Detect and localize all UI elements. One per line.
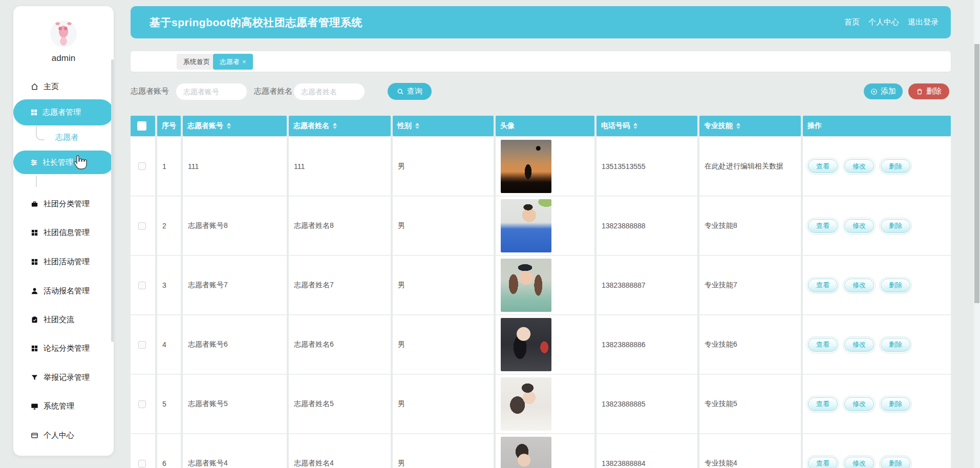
row-account: 志愿者账号4 (183, 434, 287, 468)
table-row: 1 111 111 男 13513513555 在此处进行编辑相关数据 查看 修… (131, 137, 951, 196)
row-checkbox[interactable] (138, 400, 146, 408)
account-filter-input[interactable] (176, 83, 247, 100)
tab-volunteer[interactable]: 志愿者 × (213, 54, 253, 70)
tree-connector (36, 126, 45, 140)
row-checkbox[interactable] (138, 222, 146, 230)
sidebar-item-personal-center[interactable]: 个人中心 (31, 428, 74, 442)
view-button[interactable]: 查看 (808, 457, 838, 468)
volunteer-table: 序号 志愿者账号 志愿者姓名 性别 头像 电话号码 专业技能 操作 1 111 … (131, 116, 951, 468)
tab-close-icon[interactable]: × (242, 58, 246, 66)
name-filter-input[interactable] (293, 83, 365, 100)
delete-row-button[interactable]: 删除 (881, 159, 910, 173)
row-checkbox[interactable] (138, 282, 146, 289)
header-index[interactable]: 序号 (157, 116, 181, 136)
delete-row-button[interactable]: 删除 (881, 219, 910, 233)
delete-row-button[interactable]: 删除 (881, 338, 910, 352)
sidebar-item-club-category[interactable]: 社团分类管理 (31, 197, 90, 211)
nav-home-link[interactable]: 首页 (844, 17, 860, 27)
view-button[interactable]: 查看 (808, 338, 838, 352)
volunteer-photo (501, 437, 551, 468)
row-select-cell (131, 137, 155, 196)
row-skill: 专业技能5 (699, 374, 801, 433)
sidebar-subitem-volunteer[interactable]: 志愿者 (55, 131, 78, 144)
header-avatar: 头像 (496, 116, 594, 136)
sidebar-item-label: 社团分类管理 (44, 199, 90, 209)
grid-icon (31, 258, 38, 266)
sidebar-item-club-exchange[interactable]: 社团交流 (31, 312, 74, 327)
header-phone[interactable]: 电话号码 (596, 116, 697, 136)
table-row: 3 志愿者账号7 志愿者姓名7 男 13823888887 专业技能7 查看 修… (131, 256, 951, 314)
row-account: 111 (183, 137, 287, 196)
table-header-row: 序号 志愿者账号 志愿者姓名 性别 头像 电话号码 专业技能 操作 (131, 116, 951, 136)
sort-arrows-icon[interactable] (227, 123, 231, 129)
grid-icon (31, 345, 38, 352)
row-name: 志愿者姓名4 (289, 434, 391, 468)
sidebar-scrollbar[interactable] (111, 59, 114, 342)
sidebar-item-club-activity[interactable]: 社团活动管理 (31, 254, 90, 269)
sidebar-item-label: 社团信息管理 (44, 228, 90, 238)
sidebar-item-volunteer-management[interactable]: 志愿者管理 (13, 99, 114, 125)
row-checkbox[interactable] (138, 162, 146, 170)
row-checkbox[interactable] (138, 341, 146, 349)
delete-row-button[interactable]: 删除 (881, 457, 910, 468)
sidebar-item-system-management[interactable]: 系统管理 (31, 399, 74, 413)
edit-button[interactable]: 修改 (844, 279, 874, 292)
row-phone: 13823888885 (596, 374, 697, 433)
top-nav: 首页 个人中心 退出登录 (844, 17, 939, 27)
edit-button[interactable]: 修改 (844, 159, 874, 173)
edit-button[interactable]: 修改 (844, 219, 874, 233)
header-name[interactable]: 志愿者姓名 (289, 116, 391, 136)
view-button[interactable]: 查看 (808, 219, 838, 233)
volunteer-photo (501, 318, 551, 371)
header-skill[interactable]: 专业技能 (699, 116, 801, 136)
nav-logout-link[interactable]: 退出登录 (908, 17, 939, 27)
row-index: 2 (157, 196, 181, 255)
edit-button[interactable]: 修改 (844, 338, 874, 352)
row-select-cell (131, 315, 155, 374)
select-all-checkbox[interactable] (137, 121, 146, 131)
sidebar-item-report-records[interactable]: 举报记录管理 (31, 370, 90, 385)
query-button[interactable]: 查询 (388, 83, 432, 100)
row-actions: 查看 修改 删除 (803, 434, 951, 468)
sidebar-item-label: 社团交流 (44, 315, 74, 325)
sort-arrows-icon[interactable] (633, 123, 637, 129)
sort-arrows-icon[interactable] (333, 123, 337, 129)
row-index: 5 (157, 374, 181, 433)
row-index: 6 (157, 434, 181, 468)
trash-icon (916, 88, 923, 95)
row-checkbox[interactable] (138, 460, 146, 467)
row-account: 志愿者账号8 (183, 196, 287, 255)
delete-row-button[interactable]: 删除 (881, 397, 910, 411)
delete-button[interactable]: 删除 (908, 83, 949, 99)
sort-arrows-icon[interactable] (736, 123, 740, 129)
sliders-icon (30, 159, 38, 166)
row-account: 志愿者账号7 (183, 256, 287, 314)
row-account: 志愿者账号6 (183, 315, 287, 374)
header-gender[interactable]: 性别 (393, 116, 494, 136)
sidebar-item-label: 个人中心 (44, 431, 74, 440)
row-select-cell (131, 374, 155, 433)
add-button[interactable]: 添加 (864, 83, 903, 99)
edit-button[interactable]: 修改 (844, 397, 874, 411)
header-select-all-cell (131, 116, 155, 136)
row-phone: 13823888884 (596, 434, 697, 468)
sidebar-item-label: 社长管理 (42, 158, 73, 167)
sidebar-item-activity-signup[interactable]: 活动报名管理 (31, 284, 90, 298)
nav-personal-center-link[interactable]: 个人中心 (868, 17, 899, 27)
page-title: 基于springboot的高校社团志愿者管理系统 (150, 15, 363, 30)
view-button[interactable]: 查看 (808, 279, 838, 292)
edit-button[interactable]: 修改 (844, 457, 874, 468)
sidebar-item-president-management[interactable]: 社长管理 (13, 151, 114, 174)
tab-system-home[interactable]: 系统首页 (177, 54, 217, 70)
view-button[interactable]: 查看 (808, 159, 838, 173)
sidebar-item-forum-category[interactable]: 论坛分类管理 (31, 341, 90, 355)
sidebar-item-club-info[interactable]: 社团信息管理 (31, 225, 90, 240)
sidebar-item-home[interactable]: 主页 (31, 79, 59, 94)
page-scrollbar-thumb[interactable] (974, 44, 979, 303)
header-account[interactable]: 志愿者账号 (183, 116, 287, 136)
row-select-cell (131, 256, 155, 314)
sidebar-item-label: 主页 (44, 82, 59, 92)
delete-row-button[interactable]: 删除 (881, 279, 910, 292)
view-button[interactable]: 查看 (808, 397, 838, 411)
sort-arrows-icon[interactable] (415, 123, 419, 129)
